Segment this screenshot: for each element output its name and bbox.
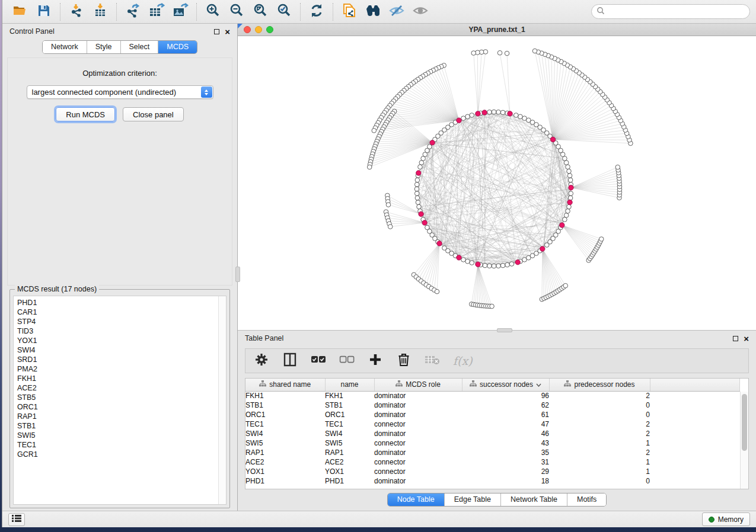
cell-successor-nodes: 18 bbox=[462, 476, 549, 486]
split-columns-button[interactable] bbox=[282, 353, 298, 368]
mcds-result-item[interactable]: STP4 bbox=[17, 317, 218, 326]
eye-slash-icon bbox=[388, 4, 405, 20]
refresh-view-button[interactable] bbox=[305, 2, 328, 22]
search-input[interactable] bbox=[608, 8, 745, 16]
mcds-result-item[interactable]: TEC1 bbox=[17, 440, 218, 450]
import-table-button[interactable] bbox=[88, 2, 112, 22]
mcds-result-item[interactable]: PHD1 bbox=[17, 298, 218, 307]
mcds-result-item[interactable]: PMA2 bbox=[17, 364, 218, 374]
tab-style[interactable]: Style bbox=[87, 41, 121, 53]
column-header-name[interactable]: name bbox=[325, 379, 374, 391]
result-list-scrollbar[interactable] bbox=[218, 296, 226, 504]
copy-network-button[interactable] bbox=[337, 2, 361, 22]
tab-mcds[interactable]: MCDS bbox=[158, 41, 197, 53]
mcds-result-list[interactable]: PHD1CAR1STP4TID3YOX1SWI4SRD1PMA2FKH1ACE2… bbox=[13, 296, 227, 505]
table-row[interactable]: PHD1PHD1dominator180 bbox=[245, 476, 740, 486]
table-row[interactable]: YOX1YOX1connector291 bbox=[245, 467, 740, 476]
mcds-result-item[interactable]: SWI4 bbox=[17, 345, 218, 355]
window-minimize-button[interactable] bbox=[255, 26, 262, 33]
float-panel-icon[interactable] bbox=[214, 29, 219, 34]
tab-select[interactable]: Select bbox=[121, 41, 159, 53]
table-row[interactable]: ACE2ACE2connector311 bbox=[245, 457, 740, 467]
mcds-result-item[interactable]: SWI5 bbox=[17, 431, 218, 440]
mcds-result-item[interactable]: CAR1 bbox=[17, 307, 218, 317]
mcds-result-item[interactable]: GCR1 bbox=[17, 450, 218, 459]
mcds-tab-content: Optimization criterion: largest connecte… bbox=[7, 57, 232, 286]
delete-columns-button[interactable] bbox=[396, 353, 412, 368]
mcds-result-item[interactable]: FKH1 bbox=[17, 374, 218, 383]
mcds-result-item[interactable]: STB1 bbox=[17, 421, 218, 431]
search-network-button[interactable] bbox=[361, 2, 385, 22]
function-builder-button[interactable]: f(x) bbox=[453, 353, 473, 368]
table-row[interactable]: SWI4SWI4dominator462 bbox=[245, 429, 740, 438]
mcds-result-item[interactable]: SRD1 bbox=[17, 355, 218, 364]
table-splitter-handle[interactable] bbox=[497, 328, 512, 332]
column-header-successor-nodes[interactable]: successor nodes bbox=[462, 379, 549, 391]
table-scrollbar[interactable] bbox=[740, 392, 748, 489]
close-panel-icon[interactable]: × bbox=[225, 29, 230, 34]
export-table-button[interactable] bbox=[145, 2, 168, 22]
add-column-button[interactable] bbox=[368, 353, 383, 368]
network-graph[interactable] bbox=[238, 36, 751, 330]
deselect-all-rows-button[interactable] bbox=[339, 353, 355, 368]
float-table-panel-icon[interactable] bbox=[733, 336, 738, 341]
task-history-button[interactable] bbox=[8, 513, 25, 526]
delete-table-button[interactable] bbox=[425, 353, 440, 368]
save-session-button[interactable] bbox=[32, 2, 56, 22]
mcds-result-item[interactable]: TID3 bbox=[17, 326, 218, 336]
mcds-result-item[interactable]: YOX1 bbox=[17, 336, 218, 345]
memory-button[interactable]: Memory bbox=[702, 512, 750, 526]
mcds-result-item[interactable]: ORC1 bbox=[17, 402, 218, 412]
cell-mcds-role: dominator bbox=[374, 391, 462, 400]
export-network-button[interactable] bbox=[121, 2, 145, 22]
cell-empty bbox=[650, 400, 740, 410]
cell-empty bbox=[650, 391, 740, 400]
node-table[interactable]: shared namenameMCDS rolesuccessor nodesp… bbox=[245, 378, 749, 489]
table-row[interactable]: STB1STB1dominator620 bbox=[245, 400, 740, 410]
run-mcds-button[interactable]: Run MCDS bbox=[56, 107, 115, 121]
export-image-button[interactable] bbox=[168, 2, 192, 22]
table-row[interactable]: SWI5SWI5connector431 bbox=[245, 438, 740, 448]
zoom-fit-button[interactable] bbox=[248, 2, 272, 22]
application-window: Control Panel × NetworkStyleSelectMCDS O… bbox=[2, 0, 756, 527]
network-canvas[interactable] bbox=[238, 36, 756, 330]
optimization-criterion-dropdown[interactable]: largest connected component (undirected) bbox=[27, 85, 213, 99]
zoom-in-button[interactable] bbox=[201, 2, 225, 22]
network-search-field[interactable] bbox=[591, 4, 750, 19]
cell-shared-name: SWI4 bbox=[245, 429, 325, 438]
close-panel-button[interactable]: Close panel bbox=[123, 107, 184, 121]
column-header-MCDS-role[interactable]: MCDS role bbox=[374, 379, 462, 391]
table-row[interactable]: RAP1RAP1dominator352 bbox=[245, 448, 740, 457]
table-settings-button[interactable] bbox=[254, 353, 269, 368]
table-row[interactable]: FKH1FKH1dominator962 bbox=[245, 391, 740, 400]
table-tab-node-table[interactable]: Node Table bbox=[388, 493, 445, 506]
open-file-button[interactable] bbox=[8, 2, 32, 22]
panel-splitter-handle[interactable] bbox=[235, 267, 240, 282]
table-row[interactable]: TEC1TEC1connector472 bbox=[245, 419, 740, 429]
cell-mcds-role: connector bbox=[374, 457, 462, 467]
table-row[interactable]: ORC1ORC1dominator610 bbox=[245, 410, 740, 419]
table-tab-motifs[interactable]: Motifs bbox=[567, 493, 606, 506]
cell-name: FKH1 bbox=[325, 391, 374, 400]
mcds-result-item[interactable]: ACE2 bbox=[17, 383, 218, 393]
window-close-button[interactable] bbox=[244, 26, 251, 33]
close-table-panel-icon[interactable]: × bbox=[744, 336, 749, 341]
zoom-out-button[interactable] bbox=[225, 2, 248, 22]
window-zoom-button[interactable] bbox=[266, 26, 273, 33]
zoom-selected-button[interactable] bbox=[272, 2, 296, 22]
tab-network[interactable]: Network bbox=[43, 41, 87, 53]
table-tab-edge-table[interactable]: Edge Table bbox=[445, 493, 501, 506]
mcds-result-item[interactable]: STB5 bbox=[17, 393, 218, 402]
cell-predecessor-nodes: 1 bbox=[549, 467, 650, 476]
import-network-button[interactable] bbox=[65, 2, 88, 22]
select-all-rows-button[interactable] bbox=[311, 353, 326, 368]
mcds-result-item[interactable]: RAP1 bbox=[17, 412, 218, 421]
table-tab-network-table[interactable]: Network Table bbox=[501, 493, 567, 506]
network-window-titlebar[interactable]: YPA_prune.txt_1 bbox=[238, 24, 756, 36]
hide-selected-button[interactable] bbox=[385, 2, 409, 22]
cell-successor-nodes: 46 bbox=[462, 429, 549, 438]
show-all-button[interactable] bbox=[409, 2, 432, 22]
column-header-predecessor-nodes[interactable]: predecessor nodes bbox=[549, 379, 650, 391]
table-scrollbar-thumb[interactable] bbox=[742, 394, 747, 451]
column-header-shared-name[interactable]: shared name bbox=[245, 379, 325, 391]
